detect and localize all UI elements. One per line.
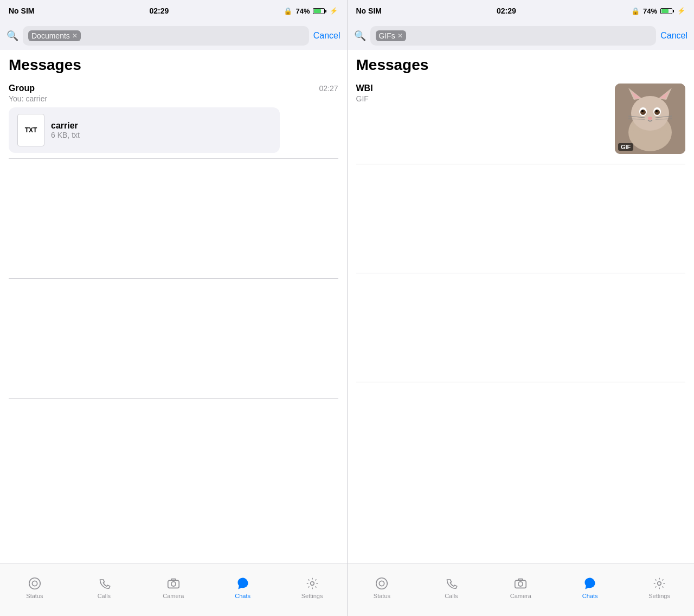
- search-tag-label: Documents: [31, 31, 70, 40]
- svg-point-11: [641, 110, 644, 112]
- divider-left-3: [9, 398, 338, 399]
- tab-bar: Status Calls Camera Chats: [0, 563, 694, 616]
- svg-point-29: [658, 581, 661, 585]
- tab-calls-left[interactable]: Calls: [69, 563, 139, 616]
- tab-label-calls-left: Calls: [98, 593, 111, 599]
- tab-label-status-left: Status: [26, 593, 43, 599]
- lightning-right: ⚡: [677, 7, 685, 15]
- tab-bar-left: Status Calls Camera Chats: [0, 563, 347, 616]
- message-time-left: 02:27: [319, 84, 338, 93]
- message-result-header-right: WBI: [356, 84, 609, 93]
- search-tag-label-right: GIFs: [379, 31, 395, 40]
- carrier-left: No SIM: [9, 7, 34, 15]
- messages-header-left: Messages: [0, 50, 347, 78]
- tab-chats-right[interactable]: Chats: [555, 563, 625, 616]
- tab-label-calls-right: Calls: [445, 593, 458, 599]
- message-result-header-left: Group 02:27: [9, 84, 338, 93]
- message-result-content-right: WBI GIF: [356, 84, 609, 103]
- messages-header-right: Messages: [348, 50, 695, 78]
- message-preview-left: You: carrier: [9, 94, 338, 103]
- search-icon-left: 🔍: [7, 30, 18, 42]
- tab-settings-right[interactable]: Settings: [625, 563, 694, 616]
- battery-icon-left: [313, 8, 326, 14]
- camera-icon-left: [166, 576, 181, 591]
- svg-point-21: [32, 581, 37, 586]
- camera-icon-right: [513, 576, 528, 591]
- message-result-right[interactable]: WBI GIF: [348, 78, 695, 159]
- chats-icon-right: [583, 576, 597, 591]
- cancel-button-right[interactable]: Cancel: [660, 31, 687, 41]
- status-icon-left: [28, 576, 42, 591]
- lightning-left: ⚡: [330, 7, 338, 15]
- file-name-left: carrier: [51, 121, 80, 131]
- search-tag-gifs[interactable]: GIFs ✕: [376, 30, 406, 41]
- tab-chats-left[interactable]: Chats: [208, 563, 278, 616]
- status-icon-right: [375, 576, 389, 591]
- tab-label-camera-left: Camera: [163, 593, 184, 599]
- gif-thumbnail: GIF: [615, 84, 685, 154]
- file-icon-left: TXT: [17, 114, 44, 146]
- cancel-button-left[interactable]: Cancel: [313, 31, 340, 41]
- lock-icon-right: 🔒: [631, 7, 640, 15]
- battery-icon-right: [660, 8, 674, 14]
- svg-point-24: [310, 581, 314, 585]
- svg-point-12: [656, 110, 658, 112]
- divider-right-3: [356, 382, 686, 382]
- status-right-group-right: 🔒 74% ⚡: [631, 7, 685, 15]
- search-input-right[interactable]: GIFs ✕: [370, 26, 657, 46]
- left-phone-panel: WABetaInfo 🔍 Documents ✕ Cancel Messages…: [0, 22, 348, 563]
- tab-label-settings-left: Settings: [301, 593, 323, 599]
- search-input-left[interactable]: Documents ✕: [23, 26, 309, 46]
- battery-pct-right: 74%: [643, 7, 657, 15]
- message-preview-right: GIF: [356, 94, 609, 103]
- carrier-right: No SIM: [356, 7, 382, 15]
- tab-camera-left[interactable]: Camera: [139, 563, 208, 616]
- tab-calls-right[interactable]: Calls: [416, 563, 486, 616]
- svg-point-13: [648, 117, 652, 120]
- svg-point-20: [29, 578, 40, 588]
- tab-status-right[interactable]: Status: [348, 563, 417, 616]
- status-bar-left: No SIM 02:29 🔒 74% ⚡: [0, 0, 347, 22]
- battery-pct-left: 74%: [295, 7, 310, 15]
- search-tag-close-right[interactable]: ✕: [397, 32, 403, 40]
- tab-label-settings-right: Settings: [648, 593, 670, 599]
- right-phone-panel: WABetaInfo 🔍 GIFs ✕ Cancel Messages WBI: [348, 22, 695, 563]
- search-tag-documents[interactable]: Documents ✕: [28, 30, 81, 41]
- tab-camera-right[interactable]: Camera: [486, 563, 555, 616]
- chats-icon-left: [236, 576, 250, 591]
- search-bar-right[interactable]: 🔍 GIFs ✕ Cancel: [348, 22, 695, 50]
- svg-point-18: [630, 130, 643, 140]
- time-left: 02:29: [150, 7, 169, 15]
- tab-label-camera-right: Camera: [510, 593, 531, 599]
- file-info-left: carrier 6 KB, txt: [51, 121, 80, 139]
- tab-label-status-right: Status: [374, 593, 390, 599]
- tab-label-chats-left: Chats: [235, 593, 250, 599]
- svg-point-2: [631, 96, 669, 131]
- status-right-group-left: 🔒 74% ⚡: [284, 7, 338, 15]
- svg-point-25: [376, 578, 387, 588]
- gif-badge: GIF: [618, 143, 633, 151]
- search-bar-left[interactable]: 🔍 Documents ✕ Cancel: [0, 22, 347, 50]
- tab-settings-left[interactable]: Settings: [278, 563, 347, 616]
- tab-bar-right: Status Calls Camera Chats: [347, 563, 695, 616]
- svg-point-28: [518, 581, 523, 586]
- search-icon-right: 🔍: [354, 30, 366, 42]
- calls-icon-left: [97, 576, 111, 591]
- messages-title-right: Messages: [356, 56, 686, 74]
- tab-status-left[interactable]: Status: [0, 563, 69, 616]
- calls-icon-right: [444, 576, 458, 591]
- message-result-content-left: Group 02:27 You: carrier TXT carrier 6 K…: [9, 84, 338, 153]
- status-bar-right: No SIM 02:29 🔒 74% ⚡: [347, 0, 695, 22]
- message-result-left[interactable]: Group 02:27 You: carrier TXT carrier 6 K…: [0, 78, 347, 158]
- file-meta-left: 6 KB, txt: [51, 131, 80, 139]
- message-sender-left: Group: [9, 84, 35, 93]
- svg-point-26: [380, 581, 384, 586]
- search-tag-close-left[interactable]: ✕: [72, 32, 78, 40]
- settings-icon-right: [652, 576, 666, 591]
- messages-title-left: Messages: [9, 56, 338, 74]
- message-sender-right: WBI: [356, 84, 373, 93]
- settings-icon-left: [305, 576, 319, 591]
- lock-icon-left: 🔒: [284, 7, 292, 15]
- file-attachment-left: TXT carrier 6 KB, txt: [9, 107, 280, 153]
- svg-point-23: [171, 581, 176, 586]
